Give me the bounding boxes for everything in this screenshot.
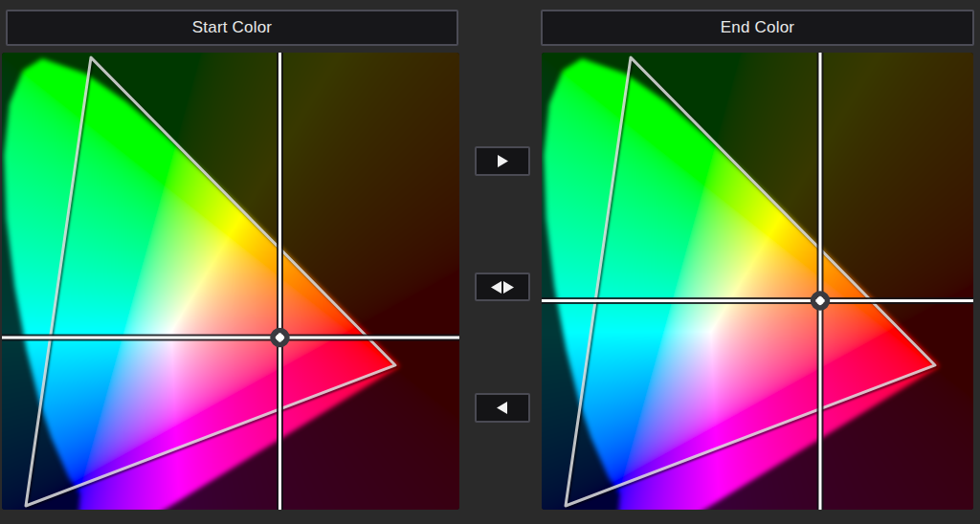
triangle-left-icon <box>496 401 509 415</box>
start-color-chromaticity-chart[interactable] <box>2 53 459 510</box>
copy-end-to-start-button[interactable] <box>475 393 530 423</box>
swap-colors-button[interactable] <box>475 273 530 301</box>
triangle-right-icon <box>496 154 509 168</box>
color-transfer-tool: Start Color End Color <box>0 0 980 524</box>
copy-start-to-end-button[interactable] <box>475 146 530 176</box>
end-chromaticity-canvas <box>542 53 973 510</box>
start-color-title: Start Color <box>192 18 272 37</box>
start-chromaticity-canvas <box>2 53 459 510</box>
end-color-title: End Color <box>721 18 794 37</box>
end-color-chromaticity-chart[interactable] <box>542 53 973 510</box>
end-color-header: End Color <box>541 10 974 46</box>
start-color-header: Start Color <box>6 10 458 46</box>
triangle-left-right-icon <box>490 280 515 295</box>
